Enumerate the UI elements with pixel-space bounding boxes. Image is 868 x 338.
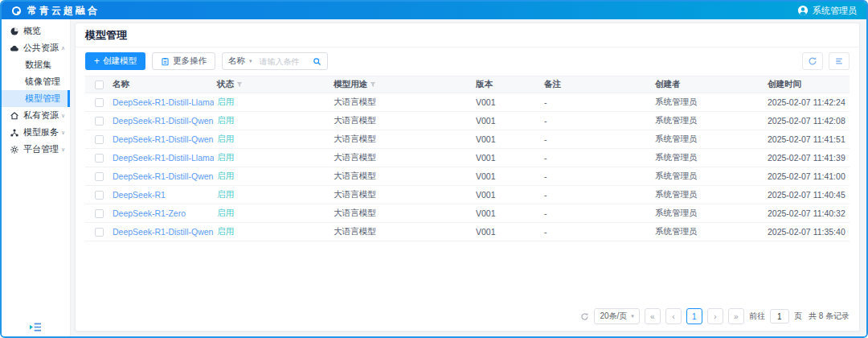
table-row: DeepSeek-R1-Distill-Llama-8B启用大语言模型V001-… bbox=[85, 149, 850, 167]
row-checkbox[interactable] bbox=[95, 98, 104, 107]
brand: 常青云超融合 bbox=[11, 4, 100, 18]
user-avatar-icon bbox=[797, 5, 809, 16]
sidebar-item-private-resources[interactable]: 私有资源∨ bbox=[2, 107, 70, 124]
user-menu[interactable]: 系统管理员 bbox=[797, 5, 857, 17]
created-time: 2025-02-07 11:41:51 bbox=[768, 134, 845, 144]
model-purpose: 大语言模型 bbox=[334, 134, 376, 145]
refresh-icon bbox=[580, 312, 589, 321]
row-checkbox[interactable] bbox=[95, 117, 104, 126]
model-name-link[interactable]: DeepSeek-R1-Distill-Qwen-14B bbox=[113, 134, 214, 144]
page-size-select[interactable]: 20条/页 ▾ bbox=[594, 308, 639, 324]
model-table: 名称状态模型用途版本备注创建者创建时间DeepSeek-R1-Distill-L… bbox=[85, 76, 850, 241]
created-time: 2025-02-07 11:40:32 bbox=[768, 208, 845, 218]
model-name-link[interactable]: DeepSeek-R1-Distill-Llama-70B bbox=[113, 97, 214, 107]
clipboard-icon bbox=[161, 57, 170, 66]
more-actions-label: 更多操作 bbox=[173, 56, 207, 67]
nodes-icon bbox=[10, 128, 19, 138]
column-header: 创建者 bbox=[652, 79, 764, 90]
house-icon bbox=[10, 111, 19, 121]
model-name-link[interactable]: DeepSeek-R1-Distill-Qwen-1.5B bbox=[113, 171, 214, 181]
model-name-link[interactable]: DeepSeek-R1-Distill-Qwen-32B bbox=[113, 116, 214, 126]
model-name-link[interactable]: DeepSeek-R1-Distill-Llama-8B bbox=[113, 153, 214, 163]
search-icon bbox=[313, 57, 321, 66]
row-checkbox[interactable] bbox=[95, 191, 104, 200]
sidebar-item-platform-management[interactable]: 平台管理∨ bbox=[2, 141, 70, 158]
first-page-button[interactable]: « bbox=[645, 308, 661, 324]
user-name: 系统管理员 bbox=[813, 5, 857, 17]
last-page-button[interactable]: » bbox=[728, 308, 744, 324]
brand-title: 常青云超融合 bbox=[27, 4, 100, 18]
gear-icon bbox=[10, 145, 19, 155]
toolbar: + 创建模型 更多操作 名称 ▾ bbox=[76, 47, 859, 74]
page-1-button[interactable]: 1 bbox=[686, 308, 702, 324]
model-remark: - bbox=[544, 116, 547, 126]
model-name-link[interactable]: DeepSeek-R1-Zero bbox=[113, 208, 186, 218]
status-badge: 启用 bbox=[217, 189, 234, 200]
column-header: 创建时间 bbox=[764, 79, 850, 90]
refresh-button[interactable] bbox=[802, 52, 823, 70]
table-row: DeepSeek-R1-Distill-Qwen-32B启用大语言模型V001-… bbox=[85, 112, 850, 130]
sidebar: 概览公共资源∧数据集镜像管理模型管理私有资源∨模型服务∨平台管理∨ bbox=[2, 19, 71, 336]
sidebar-item-label: 数据集 bbox=[25, 59, 65, 71]
search-field-select[interactable]: 名称 ▾ bbox=[223, 56, 258, 67]
model-name-link[interactable]: DeepSeek-R1 bbox=[113, 190, 166, 200]
model-remark: - bbox=[544, 227, 547, 237]
sidebar-item-image-management[interactable]: 镜像管理 bbox=[2, 73, 70, 90]
table-row: DeepSeek-R1-Distill-Qwen-7B启用大语言模型V001-系… bbox=[85, 223, 850, 241]
search-button[interactable] bbox=[308, 53, 327, 69]
model-purpose: 大语言模型 bbox=[334, 226, 376, 237]
create-model-label: 创建模型 bbox=[103, 56, 137, 67]
sidebar-item-label: 私有资源 bbox=[23, 109, 59, 122]
goto-page-input[interactable] bbox=[770, 309, 789, 324]
pagination-refresh-button[interactable] bbox=[580, 312, 589, 321]
model-version: V001 bbox=[476, 134, 496, 144]
create-model-button[interactable]: + 创建模型 bbox=[85, 52, 145, 70]
select-all-checkbox[interactable] bbox=[95, 80, 104, 89]
app-header: 常青云超融合 系统管理员 bbox=[2, 2, 866, 19]
cloud-icon bbox=[10, 43, 19, 53]
model-creator: 系统管理员 bbox=[655, 189, 698, 200]
sidebar-item-label: 模型管理 bbox=[25, 93, 65, 105]
filter-icon[interactable] bbox=[370, 81, 376, 88]
model-creator: 系统管理员 bbox=[655, 152, 698, 163]
created-time: 2025-02-07 11:41:00 bbox=[768, 171, 845, 181]
row-checkbox[interactable] bbox=[95, 154, 104, 163]
prev-page-button[interactable]: ‹ bbox=[665, 308, 682, 324]
model-version: V001 bbox=[476, 171, 496, 181]
filter-icon[interactable] bbox=[236, 81, 243, 88]
model-purpose: 大语言模型 bbox=[334, 189, 376, 200]
app-window: 常青云超融合 系统管理员 概览公共资源∧数据集镜像管理模型管理私有资源∨模型服务… bbox=[0, 0, 868, 338]
column-header: 模型用途 bbox=[330, 79, 473, 90]
table-row: DeepSeek-R1启用大语言模型V001-系统管理员2025-02-07 1… bbox=[85, 186, 850, 204]
sidebar-nav: 概览公共资源∧数据集镜像管理模型管理私有资源∨模型服务∨平台管理∨ bbox=[2, 23, 70, 158]
sidebar-item-label: 公共资源 bbox=[23, 42, 59, 54]
more-actions-button[interactable]: 更多操作 bbox=[152, 52, 215, 70]
table-row: DeepSeek-R1-Distill-Qwen-1.5B启用大语言模型V001… bbox=[85, 167, 850, 186]
column-settings-button[interactable] bbox=[829, 52, 850, 70]
sidebar-item-label: 镜像管理 bbox=[25, 76, 65, 88]
sidebar-collapse-button[interactable] bbox=[2, 322, 70, 332]
page-unit-label: 页 bbox=[794, 311, 802, 322]
chevron-down-icon: ▾ bbox=[631, 313, 634, 319]
main-area: 模型管理 + 创建模型 更多操作 名称 bbox=[71, 19, 866, 336]
sidebar-item-model-service[interactable]: 模型服务∨ bbox=[2, 124, 70, 141]
model-creator: 系统管理员 bbox=[655, 115, 698, 126]
row-checkbox[interactable] bbox=[95, 172, 104, 181]
sidebar-item-public-resources[interactable]: 公共资源∧ bbox=[2, 39, 70, 56]
model-purpose: 大语言模型 bbox=[334, 152, 376, 163]
chevron-down-icon: ∨ bbox=[61, 113, 65, 119]
sidebar-item-model-management[interactable]: 模型管理 bbox=[2, 90, 70, 107]
table-row: DeepSeek-R1-Distill-Qwen-14B启用大语言模型V001-… bbox=[85, 130, 850, 149]
sidebar-item-overview[interactable]: 概览 bbox=[2, 23, 70, 39]
search-input[interactable] bbox=[258, 57, 308, 66]
row-checkbox[interactable] bbox=[95, 135, 104, 144]
table-header-row: 名称状态模型用途版本备注创建者创建时间 bbox=[85, 76, 850, 93]
row-checkbox[interactable] bbox=[95, 228, 104, 237]
model-name-link[interactable]: DeepSeek-R1-Distill-Qwen-7B bbox=[113, 227, 214, 237]
status-badge: 启用 bbox=[217, 208, 234, 219]
sidebar-item-dataset[interactable]: 数据集 bbox=[2, 56, 70, 73]
next-page-button[interactable]: › bbox=[707, 308, 723, 324]
created-time: 2025-02-07 11:35:40 bbox=[768, 227, 845, 237]
created-time: 2025-02-07 11:42:24 bbox=[768, 97, 845, 107]
row-checkbox[interactable] bbox=[95, 209, 104, 218]
